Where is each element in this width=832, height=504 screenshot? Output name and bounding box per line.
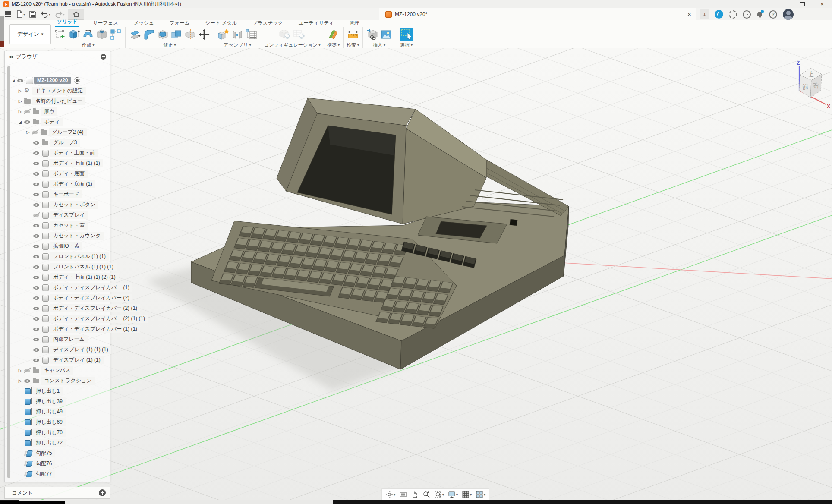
tab-mesh[interactable]: メッシュ (132, 20, 156, 27)
node-label[interactable]: ボディ・上面 (1) (1) (2) (1) (50, 273, 119, 281)
add-comment-icon[interactable] (99, 489, 106, 496)
node-label[interactable]: グループ3 (50, 139, 80, 147)
shell-button[interactable] (156, 28, 169, 41)
visibility-eye-icon[interactable] (32, 324, 41, 334)
expand-arrow-icon[interactable] (17, 88, 23, 93)
browser-scrollbar[interactable] (7, 66, 10, 478)
node-label[interactable]: ボディ・底面 (1) (50, 180, 95, 188)
expand-arrow-icon[interactable] (17, 109, 23, 114)
tab-plastic[interactable]: プラスチック (251, 20, 285, 27)
browser-tree-item[interactable]: ボディ・底面 (9, 168, 110, 179)
visibility-eye-icon[interactable] (32, 313, 41, 324)
browser-tree-item[interactable]: グループ3 (9, 137, 110, 148)
node-label[interactable]: ボディ・ディスプレイカバー (2) (50, 294, 132, 302)
tab-form[interactable]: フォーム (168, 20, 192, 27)
node-label[interactable]: グループ2 (4) (49, 128, 87, 136)
extrude-button[interactable] (68, 28, 81, 41)
visibility-eye-icon[interactable] (32, 303, 41, 313)
viewcube[interactable]: Z X 上 前 右 (786, 60, 832, 109)
document-tab[interactable]: MZ-1200 v20* ✕ (379, 8, 696, 20)
viewport-scene[interactable] (0, 48, 832, 504)
browser-tree-item[interactable]: 原点 (9, 106, 110, 117)
browser-tree-item[interactable]: ボディ・ディスプレイカバー (2) (9, 293, 110, 303)
select-group-dropdown[interactable]: 選択 (400, 42, 413, 48)
node-label[interactable]: 拡張IO・蓋 (50, 242, 82, 250)
browser-tree-item[interactable]: フロントパネル (1) (1) (1) (9, 261, 110, 272)
browser-tree-item[interactable]: 拡張IO・蓋 (9, 241, 110, 251)
orbit-caret-icon[interactable] (394, 493, 395, 497)
browser-tree-item[interactable]: ボディ・上面・前 (9, 148, 110, 158)
visibility-eye-icon[interactable] (23, 106, 32, 117)
visibility-eye-icon[interactable] (23, 365, 32, 375)
document-tab-close-icon[interactable]: ✕ (687, 11, 692, 18)
construct-group-dropdown[interactable]: 構築 (327, 42, 340, 48)
comments-bar[interactable]: コメント (4, 487, 110, 499)
visibility-eye-icon[interactable] (32, 148, 41, 158)
node-label[interactable]: ボディ・ディスプレイカバー (2) (1) (50, 304, 140, 312)
3d-viewport[interactable]: ブラウザ MZ-1200 v20 (0, 48, 832, 504)
visibility-eye-icon[interactable] (32, 272, 41, 282)
assemble-group-dropdown[interactable]: アセンブリ (224, 42, 251, 48)
split-body-button[interactable] (184, 28, 197, 41)
combine-button[interactable] (170, 28, 183, 41)
node-label[interactable]: ボディ・底面 (50, 170, 88, 178)
node-label[interactable]: 押し出し72 (33, 439, 66, 447)
redo-caret-icon[interactable] (63, 13, 65, 16)
configuration-table-button[interactable] (293, 28, 306, 41)
node-label[interactable]: 押し出し1 (33, 387, 63, 395)
node-label[interactable]: 押し出し70 (33, 428, 66, 437)
visibility-eye-icon[interactable] (32, 199, 41, 210)
construction-plane-button[interactable] (327, 28, 340, 41)
browser-tree-item[interactable]: フロントパネル (1) (1) (9, 251, 110, 261)
minimize-panel-icon[interactable] (101, 54, 106, 60)
browser-tree-item[interactable]: ディスプレイ (9, 210, 110, 220)
node-label[interactable]: フロントパネル (1) (1) (1) (50, 263, 117, 271)
fillet-button[interactable] (142, 28, 155, 41)
browser-tree-item[interactable]: ボディ・上面 (1) (1) (2) (1) (9, 272, 110, 282)
visibility-eye-icon[interactable] (32, 158, 41, 168)
browser-tree-item[interactable]: ディスプレイ (1) (1) (9, 355, 110, 365)
maximize-button[interactable] (792, 0, 812, 8)
visibility-eye-icon[interactable] (32, 230, 41, 241)
grid-caret-icon[interactable] (470, 493, 472, 497)
revolve-button[interactable] (82, 28, 95, 41)
browser-tree-item[interactable]: ボディ・ディスプレイカバー (2) (1) (9, 303, 110, 313)
undo-caret-icon[interactable] (49, 13, 50, 16)
component-table-button[interactable] (245, 28, 258, 41)
look-at-button[interactable] (398, 489, 408, 500)
expand-arrow-icon[interactable] (10, 78, 16, 83)
tab-surface[interactable]: サーフェス (91, 20, 120, 27)
node-label[interactable]: 名前の付いたビュー (32, 97, 85, 105)
new-tab-button[interactable]: + (700, 9, 709, 19)
select-button[interactable] (399, 27, 414, 42)
browser-tree-item[interactable]: ボディ (9, 117, 110, 127)
fit-button[interactable] (433, 489, 445, 500)
save-button[interactable] (28, 9, 38, 19)
inspect-group-dropdown[interactable]: 検査 (347, 42, 359, 48)
viewports-button[interactable] (474, 489, 487, 500)
visibility-eye-icon[interactable] (32, 137, 41, 148)
visibility-eye-icon[interactable] (32, 261, 41, 272)
browser-tree-item[interactable]: キーボード (9, 189, 110, 199)
visibility-eye-icon[interactable] (16, 75, 25, 85)
tab-manage[interactable]: 管理 (348, 20, 361, 27)
node-label[interactable]: ディスプレイ (1) (1) (1) (50, 346, 111, 354)
visibility-eye-icon[interactable] (32, 334, 41, 344)
modify-group-dropdown[interactable]: 修正 (163, 42, 176, 48)
node-label[interactable]: ドキュメントの設定 (32, 87, 86, 95)
notifications-bell-icon[interactable] (756, 10, 763, 18)
node-label[interactable]: 原点 (41, 107, 57, 116)
visibility-eye-icon[interactable] (32, 168, 41, 179)
move-copy-button[interactable] (198, 28, 211, 41)
viewports-caret-icon[interactable] (484, 493, 485, 497)
display-settings-button[interactable] (447, 489, 459, 500)
help-icon[interactable] (769, 10, 777, 19)
insert-group-dropdown[interactable]: 挿入 (373, 42, 385, 48)
browser-tree-item[interactable]: 押し出し70 (9, 427, 110, 438)
configuration-group-dropdown[interactable]: コンフィギュレーション (264, 42, 321, 48)
browser-tree-item[interactable]: 内部フレーム (9, 334, 110, 344)
browser-tree-item[interactable]: ボディ・上面 (1) (1) (9, 158, 110, 168)
job-status-icon[interactable] (729, 10, 737, 19)
browser-tree-item[interactable]: 押し出し69 (9, 417, 110, 427)
expand-arrow-icon[interactable] (17, 378, 23, 383)
